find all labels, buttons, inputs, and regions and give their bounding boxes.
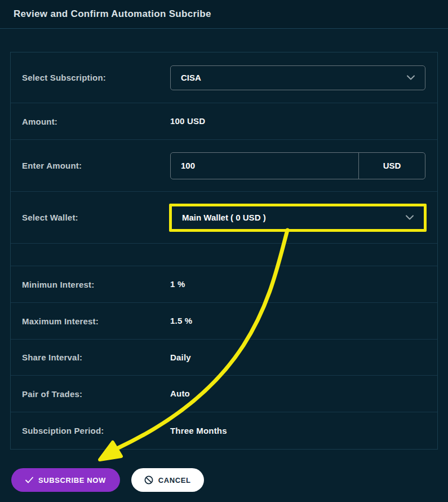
subscription-period-value: Three Months <box>170 426 227 435</box>
action-buttons: SUBSCRIBE NOW CANCEL <box>11 468 204 492</box>
row-select-subscription: Select Subscription: CISA <box>11 52 437 103</box>
row-amount: Amount: 100 USD <box>11 103 437 140</box>
amount-value: 100 USD <box>170 116 205 126</box>
pair-of-trades-value: Auto <box>170 389 190 398</box>
row-max-interest: Maximum Interest: 1.5 % <box>11 303 437 340</box>
amount-label: Amount: <box>11 117 170 126</box>
amount-input[interactable]: 100 <box>171 153 359 179</box>
max-interest-label: Maximum Interest: <box>11 316 170 326</box>
row-subscription-period: Subsciption Period: Three Months <box>11 412 437 449</box>
check-icon <box>25 477 33 483</box>
share-interval-label: Share Interval: <box>11 353 170 362</box>
row-min-interest: Minimun Interest: 1 % <box>11 266 437 303</box>
subscription-select[interactable]: CISA <box>170 65 425 90</box>
subscribe-button[interactable]: SUBSCRIBE NOW <box>11 468 120 492</box>
subscribe-button-label: SUBSCRIBE NOW <box>38 476 106 485</box>
chevron-down-icon <box>406 215 414 220</box>
chevron-down-icon <box>407 75 415 80</box>
subscription-period-label: Subsciption Period: <box>11 426 170 435</box>
amount-input-group: 100 USD <box>170 152 425 179</box>
row-enter-amount: Enter Amount: 100 USD <box>11 140 437 192</box>
page-header: Review and Confirm Automation Subcribe <box>0 0 448 29</box>
cancel-button[interactable]: CANCEL <box>131 468 204 492</box>
page-title: Review and Confirm Automation Subcribe <box>14 8 211 20</box>
review-table: Select Subscription: CISA Amount: 100 US… <box>10 52 438 450</box>
wallet-select[interactable]: Main Wallet ( 0 USD ) <box>172 206 424 229</box>
subscription-select-value: CISA <box>181 73 201 82</box>
row-spacer <box>11 244 437 266</box>
row-pair-of-trades: Pair of Trades: Auto <box>11 376 437 412</box>
cancel-button-label: CANCEL <box>158 476 191 485</box>
share-interval-value: Daily <box>170 353 191 362</box>
wallet-select-value: Main Wallet ( 0 USD ) <box>182 213 266 222</box>
max-interest-value: 1.5 % <box>170 316 192 325</box>
pair-of-trades-label: Pair of Trades: <box>11 389 170 399</box>
row-select-wallet: Select Wallet: Main Wallet ( 0 USD ) <box>11 192 437 244</box>
wallet-highlight-box: Main Wallet ( 0 USD ) <box>169 204 427 232</box>
row-share-interval: Share Interval: Daily <box>11 340 437 376</box>
enter-amount-label: Enter Amount: <box>11 161 170 170</box>
slash-circle-icon <box>144 475 153 485</box>
min-interest-label: Minimun Interest: <box>11 280 170 289</box>
min-interest-value: 1 % <box>170 279 185 289</box>
currency-addon: USD <box>359 153 425 179</box>
wallet-label: Select Wallet: <box>11 213 170 222</box>
subscription-label: Select Subscription: <box>11 73 170 82</box>
